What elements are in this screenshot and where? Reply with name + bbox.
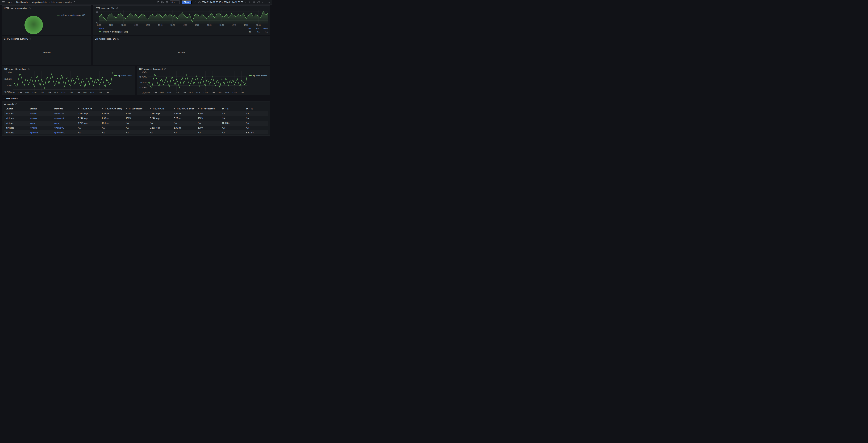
column-header[interactable]: TCP rx	[244, 108, 268, 110]
table-cell: NA	[220, 112, 244, 115]
info-icon[interactable]	[15, 103, 17, 105]
cell-link[interactable]: reviews	[30, 127, 37, 129]
zoom-out-icon[interactable]	[253, 1, 255, 3]
cell-link[interactable]: tcp-echo	[30, 131, 38, 134]
table-cell: reviews-v1	[52, 127, 76, 129]
tcp-response-chart: 12 B/s12.25 B/s12.5 B/s12.75 B/s13 B/s 1…	[139, 71, 268, 94]
table-row: minikubetcp-echotcp-echo-v1NANANANANANAN…	[4, 130, 268, 134]
table-cell: 0.267 req/s	[148, 127, 172, 129]
clock-icon	[198, 1, 201, 3]
x-tick-label: 12:00	[25, 92, 29, 94]
chart-plot-area[interactable]	[148, 71, 247, 91]
breadcrumb-chevron-icon	[13, 1, 15, 3]
legend-label[interactable]: tcp-echo <- sleep	[118, 75, 132, 77]
tcp-request-chart: 10.75 B/s11 B/s11.25 B/s11.5 B/s 11:5011…	[4, 71, 133, 94]
x-tick-label: 12:45	[225, 92, 229, 94]
table-cell: 0.756 req/s	[76, 122, 100, 124]
breadcrumb-folder[interactable]: Integration - Istio	[32, 1, 47, 3]
info-icon[interactable]	[116, 7, 118, 9]
x-tick-label: 12:35	[210, 92, 215, 94]
table-cell: reviews-v3	[52, 117, 76, 120]
share-button[interactable]: Share	[182, 0, 192, 4]
pie-chart[interactable]	[25, 16, 43, 34]
legend-min-value: 38	[242, 31, 251, 33]
chart-plot-area[interactable]	[99, 10, 268, 24]
cell-link[interactable]: reviews-v1	[54, 127, 64, 129]
panel-title[interactable]: HTTP responses / 1m	[95, 7, 115, 9]
star-icon[interactable]	[73, 1, 76, 3]
x-tick-label: 12:50	[97, 92, 101, 94]
panel-http-responses: HTTP responses / 1m 4050 11:5011:5512:00…	[93, 5, 270, 35]
x-tick-label: 12:40	[83, 92, 87, 94]
column-header[interactable]: HTTP/GRPC rx delay	[172, 108, 196, 110]
menu-icon[interactable]	[2, 1, 5, 4]
legend-label[interactable]: reviews -> productpage: (2xx)	[102, 31, 128, 33]
panel-title[interactable]: HTTP response overview	[4, 7, 27, 9]
legend-header-mean[interactable]: Mean	[259, 27, 268, 30]
panel-title[interactable]: Workloads	[4, 103, 14, 106]
info-icon[interactable]	[164, 68, 166, 70]
refresh-icon[interactable]	[257, 1, 260, 3]
column-header[interactable]: Cluster	[4, 108, 28, 110]
cell-link[interactable]: reviews-v2	[54, 112, 64, 115]
table-cell: reviews	[28, 117, 52, 120]
panel-title[interactable]: TCP request throughput	[4, 68, 26, 70]
gear-icon[interactable]	[166, 1, 168, 3]
chevron-left-icon[interactable]	[193, 1, 196, 4]
chevron-up-icon[interactable]	[267, 1, 270, 4]
column-header[interactable]: HTTP rx success	[196, 108, 220, 110]
refresh-interval-caret-icon[interactable]	[261, 1, 264, 3]
time-range-picker[interactable]: 2024-01-24 11:50:00 to 2024-01-24 12:59:…	[198, 1, 246, 3]
cell-link[interactable]: reviews	[30, 112, 37, 115]
table-cell: minikube	[4, 112, 28, 115]
cell-link[interactable]: reviews	[30, 117, 37, 120]
table-cell: NA	[172, 122, 196, 124]
section-title: Workloads	[6, 97, 18, 100]
info-icon[interactable]	[117, 38, 119, 40]
panel-title[interactable]: GRPC response overview	[4, 38, 28, 40]
share-button-label: Share	[184, 1, 189, 3]
table-cell: 100%	[124, 117, 148, 120]
save-icon[interactable]	[161, 1, 164, 3]
cell-link[interactable]: sleep	[30, 122, 35, 124]
table-cell: NA	[196, 122, 220, 124]
info-circle-icon[interactable]	[157, 1, 159, 3]
column-header[interactable]: Workload	[52, 108, 76, 110]
y-axis: 10.75 B/s11 B/s11.25 B/s11.5 B/s	[4, 71, 13, 94]
column-header[interactable]: TCP tx	[220, 108, 244, 110]
chevron-right-icon[interactable]	[248, 1, 251, 4]
cell-link[interactable]: tcp-echo-v1	[54, 131, 65, 134]
x-tick-label: 12:00	[160, 92, 164, 94]
info-icon[interactable]	[29, 7, 31, 9]
legend-header-max[interactable]: Max	[251, 27, 259, 30]
series-swatch	[114, 75, 117, 76]
cell-link[interactable]: sleep	[54, 122, 59, 124]
x-tick-label: 12:50	[232, 92, 237, 94]
panel-title[interactable]: GRPC responses / 1m	[95, 38, 116, 40]
x-tick-label: 12:15	[182, 92, 186, 94]
series-swatch	[249, 75, 252, 76]
x-tick-label: 12:40	[218, 92, 222, 94]
legend-label[interactable]: tcp-echo -> sleep	[253, 75, 267, 77]
table-cell: NA	[196, 131, 220, 134]
column-header[interactable]: HTTP tx success	[124, 108, 148, 110]
column-header[interactable]: Service	[28, 108, 52, 110]
add-button[interactable]: Add	[170, 0, 180, 4]
column-header[interactable]: HTTP/GRPC tx	[76, 108, 100, 110]
chart-plot-area[interactable]	[13, 71, 113, 91]
top-nav: Home Dashboards Integration - Istio Isti…	[0, 0, 272, 5]
legend-label[interactable]: reviews -> productpage: (ok)	[61, 14, 85, 16]
column-header[interactable]: HTTP/GRPC rx	[148, 108, 172, 110]
panel-title[interactable]: TCP response throughput	[139, 68, 163, 70]
cell-link[interactable]: reviews-v3	[54, 117, 64, 120]
legend-header-min[interactable]: Min	[242, 27, 251, 30]
y-tick-label: 50	[96, 11, 98, 13]
breadcrumb-dashboards[interactable]: Dashboards	[16, 1, 28, 3]
column-header[interactable]: HTTP/GRPC tx delay	[100, 108, 124, 110]
legend-header-name[interactable]: Name	[99, 27, 242, 30]
table-cell: NA	[244, 127, 268, 129]
info-icon[interactable]	[28, 68, 30, 70]
row-header-workloads[interactable]: Workloads	[2, 96, 270, 100]
info-icon[interactable]	[29, 38, 31, 40]
breadcrumb-home[interactable]: Home	[7, 1, 12, 3]
